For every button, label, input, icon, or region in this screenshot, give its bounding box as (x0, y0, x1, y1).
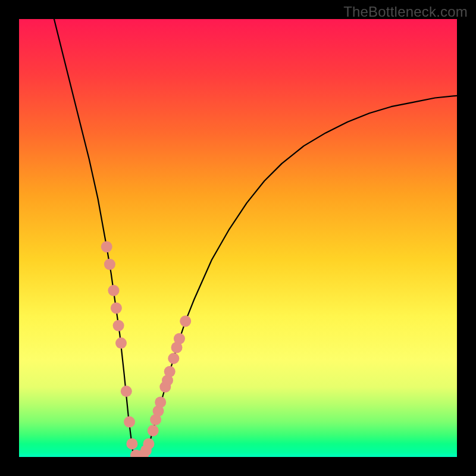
plot-area (19, 19, 457, 457)
marker-dot (126, 438, 137, 449)
marker-dot (124, 416, 135, 428)
bottleneck-curve-path (54, 19, 457, 457)
marker-dot (143, 438, 154, 449)
marker-dot (148, 425, 159, 436)
watermark-text: TheBottleneck.com (343, 4, 468, 20)
marker-dot (108, 285, 120, 296)
marker-dot (155, 397, 166, 408)
marker-group (101, 241, 192, 457)
marker-dot (101, 241, 112, 252)
marker-dot (115, 337, 127, 349)
marker-dot (180, 315, 191, 327)
marker-dot (164, 366, 176, 377)
marker-dot (121, 386, 132, 397)
marker-dot (104, 259, 115, 270)
chart-frame: TheBottleneck.com (0, 0, 476, 476)
marker-dot (113, 320, 124, 331)
curve-layer (19, 19, 457, 457)
marker-dot (168, 353, 179, 364)
marker-dot (174, 333, 185, 345)
marker-dot (111, 302, 122, 314)
